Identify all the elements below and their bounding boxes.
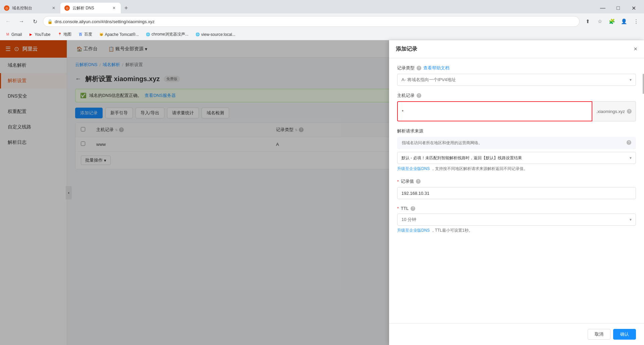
record-value-help-icon[interactable]: ? — [416, 179, 421, 184]
bookmark-tomcat[interactable]: 🐱 Apache Tomcat®... — [96, 32, 142, 38]
refresh-button[interactable]: ↻ — [30, 16, 40, 27]
record-value-input[interactable] — [397, 187, 636, 199]
drawer-header: 添加记录 × — [389, 40, 644, 58]
confirm-button[interactable]: 确认 — [613, 329, 636, 340]
browser-tab-2[interactable]: ⊙ 云解析 DNS ✕ — [60, 3, 121, 13]
bookmark-baidu[interactable]: 百 百度 — [75, 31, 95, 38]
window-controls: — □ ✕ — [595, 3, 644, 13]
drawer-close-button[interactable]: × — [634, 46, 637, 53]
record-type-help-icon[interactable]: ? — [417, 66, 421, 70]
record-value-label: * 记录值 ? — [397, 178, 636, 184]
menu-icon[interactable]: ⋮ — [631, 16, 641, 27]
drawer-body: 记录类型 ? 查看帮助文档 A- 将域名指向一个IPV4地址 ▾ — [389, 58, 644, 323]
host-record-section: 主机记录 ? .xiaomings.xyz ? — [397, 93, 636, 121]
ttl-upgrade-note: 升级至企业版DNS ，TTL最小可设置1秒。 — [397, 228, 636, 233]
host-suffix-help-icon[interactable]: ? — [627, 109, 632, 114]
parse-source-info-icon[interactable]: ? — [627, 140, 631, 145]
parse-source-section: 解析请求来源 指域名访问者所在地区和使用的运营商网络。 ? 默认 - 必填！未匹… — [397, 128, 636, 172]
drawer-footer: 取消 确认 — [389, 323, 644, 345]
parse-source-upgrade-link[interactable]: 升级至企业版DNS — [397, 166, 430, 171]
minimize-button[interactable]: — — [595, 3, 610, 13]
ttl-label: * TTL ? — [397, 206, 636, 211]
record-type-chevron-icon: ▾ — [630, 77, 632, 82]
record-type-select-wrap: A- 将域名指向一个IPV4地址 ▾ — [397, 74, 636, 86]
bookmark-icon[interactable]: ☆ — [594, 16, 605, 27]
drawer-title: 添加记录 — [396, 46, 417, 53]
host-record-help-icon[interactable]: ? — [417, 93, 421, 98]
parse-source-label: 解析请求来源 — [397, 128, 636, 134]
address-input[interactable] — [55, 19, 575, 24]
record-type-section: 记录类型 ? 查看帮助文档 A- 将域名指向一个IPV4地址 ▾ — [397, 65, 636, 86]
add-record-drawer: 添加记录 × 记录类型 ? 查看帮助文档 A- 将域名指向一个IPV4地 — [389, 40, 644, 345]
help-doc-link[interactable]: 查看帮助文档 — [423, 65, 449, 71]
address-bar: 🔒 — [43, 16, 580, 27]
profile-icon[interactable]: 👤 — [619, 16, 629, 27]
bookmark-youtube[interactable]: ▶ YouTube — [26, 32, 53, 38]
ttl-select[interactable]: 10 分钟 ▾ — [397, 214, 636, 226]
drawer-overlay[interactable]: 添加记录 × 记录类型 ? 查看帮助文档 A- 将域名指向一个IPV4地 — [0, 40, 644, 345]
tab-title-2: 云解析 DNS — [72, 5, 94, 11]
back-button[interactable]: ← — [3, 16, 13, 27]
tab-close-1[interactable]: ✕ — [51, 5, 56, 11]
host-suffix: .xiaomings.xyz ? — [592, 101, 636, 121]
parse-source-chevron-icon: ▾ — [630, 156, 632, 160]
host-record-wrap: .xiaomings.xyz ? — [397, 101, 636, 121]
maximize-button[interactable]: □ — [610, 3, 626, 13]
tab-close-2[interactable]: ✕ — [111, 5, 117, 11]
browser-tab-1[interactable]: ⊙ 域名控制台 ✕ — [0, 3, 60, 13]
bookmarks-bar: M Gmail ▶ YouTube 📍 地图 百 百度 🐱 Apache Tom… — [0, 30, 644, 40]
share-icon[interactable]: ⬆ — [582, 16, 593, 27]
parse-source-select[interactable]: 默认 - 必填！未匹配到智能解析线路时，返回【默认】线路设置结果 ▾ — [397, 152, 636, 164]
host-record-input[interactable] — [397, 101, 592, 121]
record-type-select[interactable]: A- 将域名指向一个IPV4地址 ▾ — [397, 74, 636, 86]
ttl-section: * TTL ? 10 分钟 ▾ 升级至企业版DNS ，TTL最小可设置1秒。 — [397, 206, 636, 233]
cancel-button[interactable]: 取消 — [588, 329, 610, 340]
ttl-help-icon[interactable]: ? — [411, 206, 415, 211]
parse-source-info: 指域名访问者所在地区和使用的运营商网络。 ? — [397, 137, 636, 149]
lock-icon: 🔒 — [47, 19, 53, 24]
ttl-upgrade-link[interactable]: 升级至企业版DNS — [397, 228, 430, 233]
bookmark-gmail[interactable]: M Gmail — [3, 32, 24, 38]
bookmark-maps[interactable]: 📍 地图 — [55, 31, 74, 38]
parse-source-upgrade-note: 升级至企业版DNS ，支持按不同地区解析请求来源解析返回不同记录值。 — [397, 166, 636, 172]
extensions-icon[interactable]: 🧩 — [606, 16, 617, 27]
tab-title-1: 域名控制台 — [12, 5, 32, 11]
new-tab-button[interactable]: + — [121, 3, 131, 13]
record-type-label: 记录类型 ? 查看帮助文档 — [397, 65, 636, 71]
tab-icon-2: ⊙ — [64, 5, 70, 11]
ttl-chevron-icon: ▾ — [630, 217, 632, 222]
host-record-label: 主机记录 ? — [397, 93, 636, 99]
tab-icon-1: ⊙ — [4, 5, 9, 11]
record-value-section: * 记录值 ? — [397, 178, 636, 199]
bookmark-viewsource[interactable]: 🌐 view-source:local... — [193, 32, 238, 38]
bookmark-chrome-sound[interactable]: 🌐 chrome浏览器没声... — [143, 31, 191, 38]
close-button[interactable]: ✕ — [626, 3, 641, 13]
scrollbar[interactable] — [643, 74, 644, 94]
forward-button[interactable]: → — [16, 16, 27, 27]
